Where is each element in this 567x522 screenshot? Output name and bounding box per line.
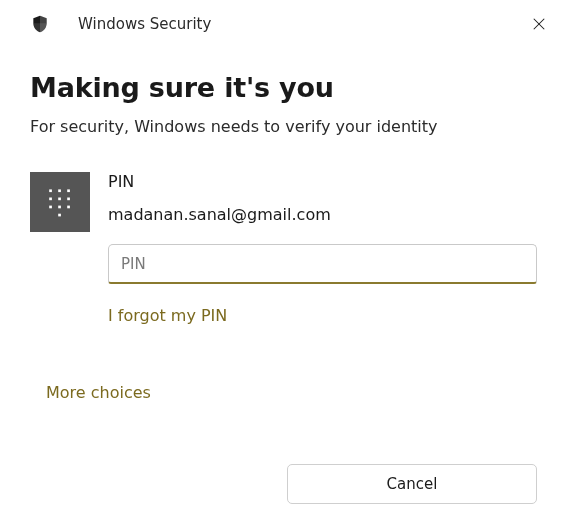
cancel-button[interactable]: Cancel [287,464,537,504]
svg-rect-3 [58,189,61,192]
dialog-subheading: For security, Windows needs to verify yo… [30,117,537,136]
credential-type-label: PIN [108,172,537,191]
account-email: madanan.sanal@gmail.com [108,205,537,224]
shield-icon [30,14,50,34]
keypad-icon [42,184,78,220]
credential-row: PIN madanan.sanal@gmail.com I forgot my … [30,172,537,325]
pin-input[interactable] [108,244,537,284]
app-title: Windows Security [78,15,211,33]
close-icon [532,17,546,31]
more-choices-link[interactable]: More choices [46,383,151,402]
svg-rect-5 [49,198,52,201]
svg-rect-7 [67,198,70,201]
svg-rect-9 [58,206,61,209]
credential-tile [30,172,90,232]
close-button[interactable] [525,10,553,38]
svg-rect-8 [49,206,52,209]
titlebar: Windows Security [0,0,567,42]
svg-rect-11 [58,214,61,217]
dialog-content: Making sure it's you For security, Windo… [0,42,567,402]
forgot-pin-link[interactable]: I forgot my PIN [108,306,227,325]
svg-rect-2 [49,189,52,192]
svg-rect-10 [67,206,70,209]
svg-rect-4 [67,189,70,192]
dialog-heading: Making sure it's you [30,72,537,103]
credential-body: PIN madanan.sanal@gmail.com I forgot my … [108,172,537,325]
svg-rect-6 [58,198,61,201]
dialog-footer: Cancel [287,464,537,504]
